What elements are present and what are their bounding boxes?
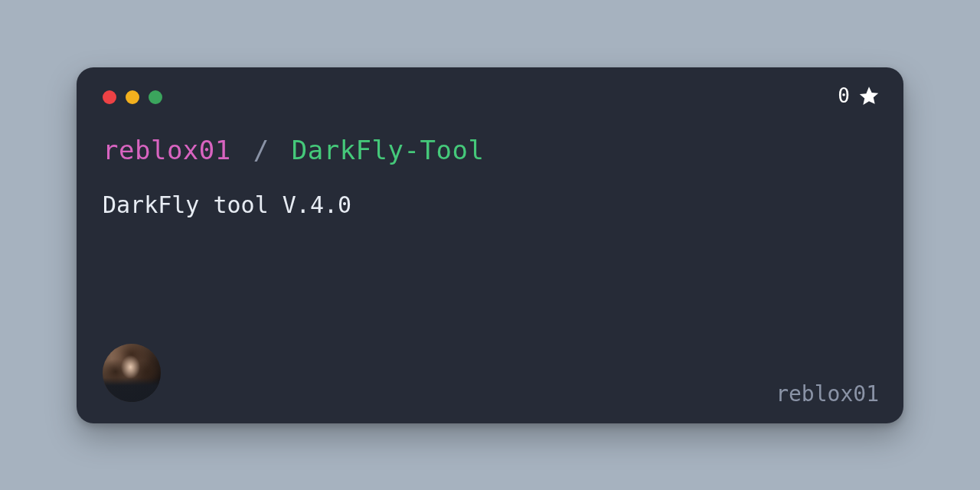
star-icon — [858, 84, 880, 107]
repo-separator: / — [253, 135, 270, 165]
zoom-icon[interactable] — [149, 90, 162, 104]
repo-owner[interactable]: reblox01 — [103, 135, 231, 165]
repo-card: 0 reblox01 / DarkFly-Tool DarkFly tool V… — [77, 67, 903, 423]
window-traffic-lights — [103, 90, 877, 104]
repo-title: reblox01 / DarkFly-Tool — [103, 135, 877, 165]
minimize-icon[interactable] — [126, 90, 139, 104]
repo-name[interactable]: DarkFly-Tool — [292, 135, 485, 165]
star-count-value: 0 — [838, 84, 850, 107]
star-count[interactable]: 0 — [838, 84, 880, 107]
repo-description: DarkFly tool V.4.0 — [103, 191, 877, 218]
owner-handle[interactable]: reblox01 — [776, 381, 879, 407]
close-icon[interactable] — [103, 90, 116, 104]
avatar[interactable] — [103, 344, 161, 402]
